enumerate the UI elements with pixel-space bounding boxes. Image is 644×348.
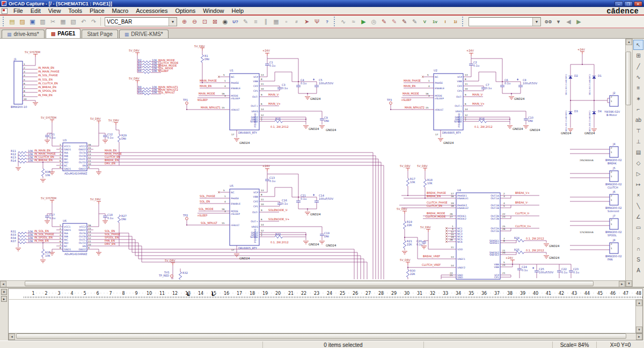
tool-select-icon[interactable]: ↖ [633, 40, 643, 50]
log-scroll-up-icon[interactable]: ▲ [636, 300, 642, 306]
probe-voltage-icon[interactable]: V [420, 17, 430, 27]
scroll-down-icon[interactable]: ▼ [626, 280, 632, 287]
zoom-area-icon[interactable]: ⊡ [200, 17, 210, 27]
part-combo-caret-icon[interactable]: ▼ [169, 18, 177, 26]
help-icon[interactable]: ? [322, 17, 332, 27]
tool-hier-port-icon[interactable]: ◇ [633, 158, 643, 168]
hierarchy-tree-icon[interactable]: Ψ [312, 17, 322, 27]
tool-part-icon[interactable]: ⊞ [633, 50, 643, 61]
marker-pencil-red-icon[interactable]: ✎ [379, 17, 389, 27]
tool-wire-icon[interactable]: ╱ [633, 61, 643, 71]
paste-icon[interactable]: ▧ [68, 17, 78, 27]
maximize-button[interactable]: ❐ [624, 1, 633, 6]
view-netlist-icon[interactable]: ≡ [251, 17, 261, 27]
session-log-text[interactable] [9, 300, 635, 333]
tool-ground-icon[interactable]: ⊥ [633, 136, 643, 147]
tab-drive-kms-[interactable]: ▦drive-kms* [2, 30, 45, 38]
save-document-icon[interactable]: ▣ [27, 17, 38, 27]
menu-macro[interactable]: Macro [108, 7, 133, 15]
canvas-vscrollbar[interactable]: ▲ ▼ [625, 39, 632, 287]
toolbar-grip[interactable] [3, 17, 5, 26]
toolbar-grip-3[interactable] [462, 17, 465, 26]
search-combo[interactable]: ▼ [469, 17, 541, 26]
tool-arc-icon[interactable]: ∩ [633, 244, 643, 254]
zoom-all-icon[interactable]: ⊠ [210, 17, 220, 27]
probe-current-icon[interactable]: I [440, 17, 450, 27]
tool-ellipse-icon[interactable]: ○ [633, 233, 643, 243]
document-icon[interactable] [2, 8, 8, 14]
menu-place[interactable]: Place [86, 7, 108, 15]
scroll-right-icon[interactable]: ► [619, 281, 625, 287]
waveform-edit-icon[interactable]: ≈ [348, 17, 358, 27]
menu-window[interactable]: Window [199, 7, 228, 15]
zoom-in-icon[interactable]: ⊕ [179, 17, 189, 27]
marker-pencil-grey-icon[interactable]: ✎ [409, 17, 420, 27]
menu-tools[interactable]: Tools [64, 7, 86, 15]
marker-pencil-dark-icon[interactable]: ✎ [399, 17, 409, 27]
log-scroll-right-icon[interactable]: ► [636, 334, 642, 340]
tab-drive-kms-[interactable]: ▦DRIVE-KMS* [119, 30, 169, 38]
marker-pencil-pink-icon[interactable]: ✎ [389, 17, 399, 27]
tool-auto-wire-icon[interactable]: ∿ [633, 72, 643, 82]
search-input[interactable] [469, 18, 532, 25]
part-search-icon[interactable]: ∥ [261, 17, 271, 27]
tool-rectangle-icon[interactable]: ▭ [633, 222, 643, 233]
toolbar-grip-2[interactable] [334, 17, 336, 26]
annotate-eye-icon[interactable]: ◉ [220, 17, 230, 27]
tab-start-page[interactable]: Start Page [82, 30, 118, 38]
scroll-left-icon[interactable]: ◄ [0, 281, 6, 287]
zoom-out-icon[interactable]: ⊖ [189, 17, 200, 27]
annotate-icon[interactable]: U? [230, 17, 240, 27]
design-rules-check-icon[interactable]: ▦ [271, 17, 281, 27]
project-flag-icon[interactable]: ➤ [302, 17, 312, 27]
run-simulation-icon[interactable]: ▶ [358, 17, 369, 27]
probe-meter-icon[interactable]: ◎ [369, 17, 379, 27]
title-bar[interactable]: OrCAD Capture - [/ - (SCHEMATIC1 : PAGE1… [0, 0, 644, 7]
menu-view[interactable]: View [45, 7, 65, 15]
undo-icon[interactable]: ↶ [78, 17, 89, 27]
select-region-icon[interactable]: ▫ [281, 17, 291, 27]
menu-options[interactable]: Options [171, 7, 199, 15]
probe-power-icon[interactable]: 1i [450, 17, 460, 27]
log-close-button[interactable]: ✕ [1, 289, 7, 295]
tool-line-icon[interactable]: ╲ [633, 201, 643, 211]
part-combo[interactable]: ▼ [105, 17, 177, 26]
tool-no-connect-icon[interactable]: × [633, 190, 643, 200]
print-icon[interactable]: ▥ [38, 17, 48, 27]
snap-to-grid-icon[interactable]: # [291, 17, 302, 27]
log-hscrollbar[interactable]: ◄ ► [8, 334, 643, 340]
schematic-page[interactable]: 5V_SYSTEMJ1BMW200-1012345678910IN_MAIN_E… [0, 39, 625, 280]
waveform-icon[interactable]: ∿ [338, 17, 348, 27]
menu-file[interactable]: File [10, 7, 27, 15]
tool-junction-icon[interactable]: ∗ [633, 93, 643, 104]
cut-icon[interactable]: ✂ [48, 17, 58, 27]
schematic-canvas[interactable]: 5V_SYSTEMJ1BMW200-1012345678910IN_MAIN_E… [0, 39, 625, 280]
tool-polyline-icon[interactable]: ∠ [633, 212, 643, 222]
menu-accessories[interactable]: Accessories [132, 7, 171, 15]
tool-text-icon[interactable]: A [633, 265, 643, 276]
probe-voltage-diff-icon[interactable]: 1v [430, 17, 440, 27]
redo-icon[interactable]: ↷ [89, 17, 99, 27]
nav-forward-icon[interactable]: ▶ [574, 17, 584, 27]
tab-page1[interactable]: ▤PAGE1 [46, 28, 81, 38]
tool-net-alias-icon[interactable]: ab [633, 115, 643, 125]
tool-bus-entry-icon[interactable]: ⌐ [633, 104, 643, 114]
search-find-icon[interactable]: ⊙⊙ [543, 17, 553, 27]
tool-hier-pin-icon[interactable]: ▷ [633, 169, 643, 179]
tool-power-icon[interactable]: ⊤ [633, 126, 643, 136]
canvas-hscrollbar[interactable]: ◄ ► [0, 280, 625, 287]
tool-bezier-icon[interactable]: S [633, 255, 643, 265]
scroll-up-icon[interactable]: ▲ [626, 39, 632, 45]
log-vscrollbar[interactable]: ▲ ▼ [635, 300, 642, 333]
menu-edit[interactable]: Edit [27, 7, 45, 15]
log-scroll-down-icon[interactable]: ▼ [636, 327, 642, 333]
close-button[interactable]: ✕ [634, 1, 642, 6]
part-combo-input[interactable] [105, 18, 169, 25]
nav-back-icon[interactable]: ◀ [564, 17, 574, 27]
edit-part-icon[interactable]: ✎ [240, 17, 251, 27]
open-document-icon[interactable]: ▨ [17, 17, 27, 27]
copy-icon[interactable]: ▦ [58, 17, 68, 27]
minimize-button[interactable]: – [614, 1, 623, 6]
search-options-icon[interactable]: ▾ [553, 17, 564, 27]
search-combo-caret-icon[interactable]: ▼ [532, 18, 540, 26]
